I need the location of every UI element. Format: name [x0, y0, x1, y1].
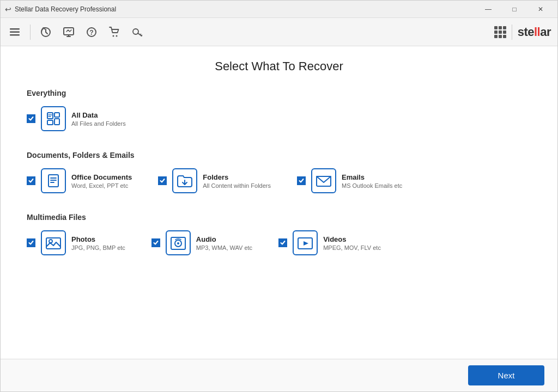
- svg-rect-0: [10, 28, 20, 30]
- icon-box-folders: [172, 168, 197, 193]
- info-videos: Videos MPEG, MOV, FLV etc: [323, 235, 381, 251]
- minimize-button[interactable]: —: [476, 1, 501, 17]
- section-documents-title: Documents, Folders & Emails: [27, 151, 531, 160]
- toolbar-divider-2: [512, 24, 512, 40]
- icon-box-office-documents: [41, 168, 66, 193]
- info-all-data: All Data All Files and Folders: [71, 111, 126, 127]
- page-title: Select What To Recover: [27, 59, 531, 74]
- icon-box-videos: [293, 230, 318, 255]
- toolbar-divider-1: [30, 24, 31, 40]
- svg-point-25: [49, 240, 52, 243]
- svg-rect-15: [54, 119, 59, 125]
- close-button[interactable]: ✕: [528, 1, 553, 17]
- svg-rect-18: [48, 175, 58, 187]
- help-icon[interactable]: ?: [84, 24, 99, 40]
- info-folders: Folders All Content within Folders: [203, 173, 271, 189]
- sublabel-all-data: All Files and Folders: [71, 120, 126, 127]
- label-audio: Audio: [196, 235, 252, 243]
- label-folders: Folders: [203, 173, 271, 181]
- key-icon[interactable]: [130, 24, 145, 40]
- label-all-data: All Data: [71, 111, 126, 119]
- sublabel-photos: JPG, PNG, BMP etc: [71, 244, 125, 251]
- grid-icon[interactable]: [494, 26, 506, 38]
- svg-point-10: [116, 35, 118, 36]
- sublabel-emails: MS Outlook Emails etc: [342, 182, 402, 189]
- section-multimedia-title: Multimedia Files: [27, 213, 531, 222]
- info-emails: Emails MS Outlook Emails etc: [342, 173, 402, 189]
- checkbox-folders[interactable]: [158, 176, 167, 185]
- sublabel-folders: All Content within Folders: [203, 182, 271, 189]
- icon-box-emails: [311, 168, 336, 193]
- title-bar-left: ↩ Stellar Data Recovery Professional: [5, 5, 116, 14]
- monitor-icon[interactable]: [61, 24, 76, 40]
- svg-rect-2: [10, 34, 20, 36]
- svg-point-9: [113, 35, 114, 36]
- section-everything-title: Everything: [27, 89, 531, 97]
- item-emails[interactable]: Emails MS Outlook Emails etc: [297, 168, 402, 193]
- icon-box-all-data: [41, 106, 66, 131]
- section-everything: Everything: [27, 89, 531, 131]
- main-content: Select What To Recover Everything: [1, 46, 557, 359]
- info-photos: Photos JPG, PNG, BMP etc: [71, 235, 125, 251]
- svg-text:?: ?: [89, 29, 93, 36]
- icon-box-audio: [166, 230, 191, 255]
- back-icon: ↩: [5, 5, 11, 14]
- item-videos[interactable]: Videos MPEG, MOV, FLV etc: [278, 230, 381, 255]
- title-bar: ↩ Stellar Data Recovery Professional — □…: [1, 1, 557, 18]
- history-icon[interactable]: [38, 24, 53, 40]
- documents-items: Office Documents Word, Excel, PPT etc: [27, 168, 531, 193]
- next-button[interactable]: Next: [468, 365, 544, 385]
- item-audio[interactable]: Audio MP3, WMA, WAV etc: [151, 230, 252, 255]
- multimedia-items: Photos JPG, PNG, BMP etc: [27, 230, 531, 255]
- maximize-button[interactable]: □: [502, 1, 527, 17]
- icon-box-photos: [41, 230, 66, 255]
- title-bar-controls: — □ ✕: [476, 1, 553, 17]
- brand-logo: stellar: [518, 25, 551, 39]
- svg-rect-12: [47, 113, 53, 119]
- cart-icon[interactable]: [107, 24, 122, 40]
- sublabel-audio: MP3, WMA, WAV etc: [196, 244, 252, 251]
- checkbox-emails[interactable]: [297, 176, 306, 185]
- menu-icon[interactable]: [7, 24, 22, 40]
- toolbar-right: stellar: [494, 24, 551, 40]
- label-office-documents: Office Documents: [71, 173, 132, 181]
- toolbar-left: ?: [7, 24, 145, 40]
- item-photos[interactable]: Photos JPG, PNG, BMP etc: [27, 230, 125, 255]
- svg-rect-4: [64, 28, 74, 35]
- item-folders[interactable]: Folders All Content within Folders: [158, 168, 271, 193]
- checkbox-office-documents[interactable]: [27, 176, 35, 185]
- checkbox-photos[interactable]: [27, 238, 35, 247]
- info-office-documents: Office Documents Word, Excel, PPT etc: [71, 173, 132, 189]
- window-title: Stellar Data Recovery Professional: [15, 5, 116, 13]
- info-audio: Audio MP3, WMA, WAV etc: [196, 235, 252, 251]
- svg-rect-14: [54, 113, 59, 117]
- checkbox-all-data[interactable]: [27, 114, 35, 123]
- label-videos: Videos: [323, 235, 381, 243]
- sublabel-office-documents: Word, Excel, PPT etc: [71, 182, 132, 189]
- section-documents: Documents, Folders & Emails Office Docum: [27, 151, 531, 193]
- section-multimedia: Multimedia Files Photos JPG, PNG, BMP et…: [27, 213, 531, 255]
- everything-items: All Data All Files and Folders: [27, 106, 531, 131]
- svg-rect-24: [46, 238, 60, 249]
- label-photos: Photos: [71, 235, 125, 243]
- checkbox-audio[interactable]: [151, 238, 160, 247]
- item-all-data[interactable]: All Data All Files and Folders: [27, 106, 126, 131]
- svg-rect-13: [47, 120, 53, 125]
- label-emails: Emails: [342, 173, 402, 181]
- toolbar: ? stellar: [1, 18, 557, 46]
- sublabel-videos: MPEG, MOV, FLV etc: [323, 244, 381, 251]
- checkbox-videos[interactable]: [278, 238, 287, 247]
- svg-point-28: [177, 242, 179, 244]
- svg-marker-30: [304, 241, 308, 246]
- svg-rect-1: [10, 31, 20, 33]
- footer: Next: [1, 359, 557, 391]
- item-office-documents[interactable]: Office Documents Word, Excel, PPT etc: [27, 168, 132, 193]
